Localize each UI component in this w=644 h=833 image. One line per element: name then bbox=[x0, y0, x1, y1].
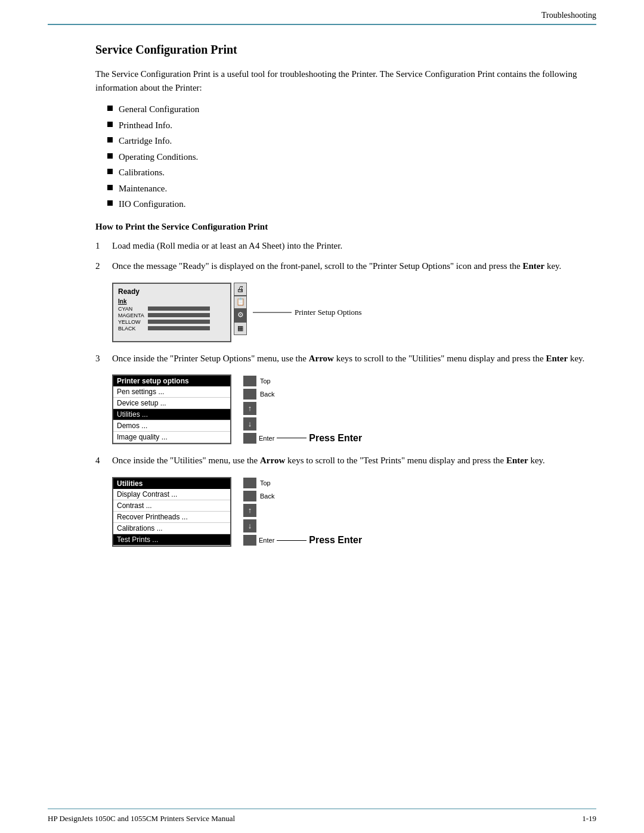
btn-top-row: Top bbox=[243, 478, 271, 488]
button-panel-2: Top Back ↑ ↓ Enter bbox=[243, 478, 362, 546]
callout-area: Printer Setup Options bbox=[253, 304, 362, 321]
header-title: Troubleshooting bbox=[541, 11, 596, 20]
down-arrow-button[interactable]: ↓ bbox=[243, 417, 256, 431]
bullet-item: Calibrations. bbox=[107, 166, 596, 179]
diagram-2: Printer setup options Pen settings ... D… bbox=[112, 374, 596, 444]
header: Troubleshooting bbox=[0, 0, 644, 24]
top-button[interactable] bbox=[243, 478, 256, 488]
bullet-text: Cartridge Info. bbox=[119, 134, 172, 148]
bullet-item: Maintenance. bbox=[107, 182, 596, 196]
lcd-ink-header: Ink bbox=[118, 298, 225, 305]
footer-line bbox=[48, 809, 596, 809]
button-panel-1: Top Back ↑ ↓ Enter bbox=[243, 376, 362, 444]
enter-row: Enter Press Enter bbox=[243, 535, 362, 546]
btn-up-row: ↑ bbox=[243, 402, 256, 415]
numbered-steps: 1 Load media (Roll media or at least an … bbox=[95, 239, 596, 547]
bullet-icon bbox=[107, 185, 113, 190]
subsection-title: How to Print the Service Configuration P… bbox=[95, 222, 596, 232]
btn-back-row: Back bbox=[243, 389, 274, 400]
back-label: Back bbox=[260, 493, 274, 500]
bullet-item: Printhead Info. bbox=[107, 119, 596, 132]
btn-down-row: ↓ bbox=[243, 417, 256, 431]
step-text: Load media (Roll media or at least an A4… bbox=[112, 239, 596, 253]
menu-panel-setup: Printer setup options Pen settings ... D… bbox=[112, 374, 231, 444]
bullet-icon bbox=[107, 153, 113, 159]
down-arrow-button[interactable]: ↓ bbox=[243, 519, 256, 532]
menu-item-device: Device setup ... bbox=[113, 398, 230, 409]
bullet-icon bbox=[107, 137, 113, 143]
menu-title: Printer setup options bbox=[113, 376, 230, 386]
intro-text: The Service Configuration Print is a use… bbox=[95, 67, 596, 94]
step-number: 1 bbox=[95, 239, 112, 253]
bullet-text: IIO Configuration. bbox=[119, 197, 185, 211]
bullet-text: General Configuration bbox=[119, 103, 199, 116]
step-4: 4 Once inside the "Utilities" menu, use … bbox=[95, 454, 596, 467]
up-arrow-button[interactable]: ↑ bbox=[243, 504, 256, 517]
callout-line-svg bbox=[253, 304, 295, 321]
bullet-icon bbox=[107, 169, 113, 174]
bullet-item: IIO Configuration. bbox=[107, 197, 596, 211]
ink-row-magenta: MAGENTA bbox=[118, 312, 225, 318]
bullet-icon bbox=[107, 106, 113, 111]
enter-button[interactable] bbox=[243, 535, 256, 546]
bullet-icon bbox=[107, 200, 113, 206]
menu-panel-utilities: Utilities Display Contrast ... Contrast … bbox=[112, 477, 231, 547]
bullet-text: Operating Conditions. bbox=[119, 150, 198, 164]
ink-row-yellow: YELLOW bbox=[118, 319, 225, 325]
back-button[interactable] bbox=[243, 389, 256, 400]
btn-top-row: Top bbox=[243, 376, 271, 386]
bullet-text: Printhead Info. bbox=[119, 119, 172, 132]
menu-item-contrast: Contrast ... bbox=[113, 500, 230, 512]
btn-back-row: Back bbox=[243, 491, 274, 501]
press-enter-text: Press Enter bbox=[309, 433, 362, 444]
footer: HP DesignJets 1050C and 1055CM Printers … bbox=[48, 814, 596, 823]
callout-label: Printer Setup Options bbox=[295, 308, 362, 317]
diagram-3: Utilities Display Contrast ... Contrast … bbox=[112, 477, 596, 547]
top-label: Top bbox=[260, 479, 271, 487]
lcd-ready-text: Ready bbox=[118, 287, 225, 296]
step-2: 2 Once the message "Ready" is displayed … bbox=[95, 259, 596, 273]
bullet-icon bbox=[107, 122, 113, 127]
bullet-item: General Configuration bbox=[107, 103, 596, 116]
step-text: Once inside the "Utilities" menu, use th… bbox=[112, 454, 596, 467]
menu-item-calibrations: Calibrations ... bbox=[113, 523, 230, 534]
step-number: 4 bbox=[95, 454, 112, 467]
footer-left: HP DesignJets 1050C and 1055CM Printers … bbox=[48, 814, 235, 823]
step-3: 3 Once inside the "Printer Setup Options… bbox=[95, 352, 596, 366]
lcd-panel: Ready Ink CYAN MAGENTA YELLOW bbox=[112, 283, 231, 342]
step-text: Once inside the "Printer Setup Options" … bbox=[112, 352, 596, 366]
menu-item-utilities: Utilities ... bbox=[113, 409, 230, 420]
step-1: 1 Load media (Roll media or at least an … bbox=[95, 239, 596, 253]
back-label: Back bbox=[260, 391, 274, 398]
enter-label: Enter bbox=[259, 435, 274, 442]
menu-item-recover: Recover Printheads ... bbox=[113, 512, 230, 523]
btn-up-row: ↑ bbox=[243, 504, 256, 517]
enter-button[interactable] bbox=[243, 433, 256, 444]
menu-title: Utilities bbox=[113, 478, 230, 489]
menu-item-display: Display Contrast ... bbox=[113, 489, 230, 500]
menu-item-demos: Demos ... bbox=[113, 420, 230, 432]
lcd-icon-print: 🖨 bbox=[234, 283, 247, 296]
enter-line bbox=[277, 540, 306, 541]
enter-row: Enter Press Enter bbox=[243, 433, 362, 444]
ink-row-cyan: CYAN bbox=[118, 306, 225, 312]
bullet-text: Calibrations. bbox=[119, 166, 165, 179]
ink-row-black: BLACK bbox=[118, 326, 225, 332]
diagram-1: Ready Ink CYAN MAGENTA YELLOW bbox=[112, 283, 596, 342]
step-number: 2 bbox=[95, 259, 112, 273]
up-arrow-button[interactable]: ↑ bbox=[243, 402, 256, 415]
bullet-text: Maintenance. bbox=[119, 182, 167, 196]
top-button[interactable] bbox=[243, 376, 256, 386]
enter-line bbox=[277, 438, 306, 438]
step-text: Once the message "Ready" is displayed on… bbox=[112, 259, 596, 273]
lcd-icon-setup: ⚙ bbox=[234, 309, 247, 322]
footer-right: 1-19 bbox=[582, 814, 596, 823]
menu-item-image: Image quality ... bbox=[113, 432, 230, 443]
page: Troubleshooting Service Configuration Pr… bbox=[0, 0, 644, 833]
enter-label: Enter bbox=[259, 537, 274, 544]
top-label: Top bbox=[260, 377, 271, 385]
back-button[interactable] bbox=[243, 491, 256, 501]
main-content: Service Configuration Print The Service … bbox=[0, 25, 644, 574]
bullet-list: General Configuration Printhead Info. Ca… bbox=[107, 103, 596, 211]
bullet-item: Operating Conditions. bbox=[107, 150, 596, 164]
